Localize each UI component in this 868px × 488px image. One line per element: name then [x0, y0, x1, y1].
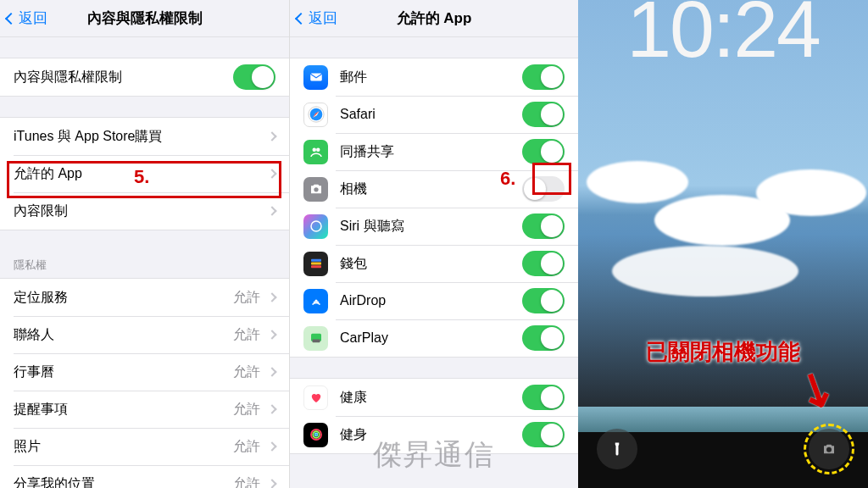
row-label: 聯絡人 — [14, 326, 233, 344]
svg-rect-9 — [311, 265, 321, 268]
row-label: 定位服務 — [14, 289, 233, 307]
row-detail: 允許 — [233, 401, 260, 419]
chevron-right-icon — [267, 206, 276, 215]
app-label: Safari — [340, 107, 522, 122]
app-label: 郵件 — [340, 69, 522, 86]
page-title: 內容與隱私權限制 — [87, 8, 203, 28]
row-label: 內容與隱私權限制 — [14, 69, 233, 86]
app-label: AirDrop — [340, 293, 522, 308]
row-detail: 允許 — [233, 475, 260, 489]
svg-rect-12 — [312, 340, 320, 343]
svg-point-14 — [313, 431, 320, 438]
row-detail: 允許 — [233, 289, 260, 307]
toggle-switch[interactable] — [522, 64, 565, 90]
row-label: 行事曆 — [14, 363, 233, 381]
app-toggle-row[interactable]: CarPlay — [290, 319, 578, 357]
app-label: Siri 與聽寫 — [340, 218, 522, 236]
chevron-right-icon — [267, 404, 276, 413]
app-toggle-row[interactable]: Safari — [290, 96, 578, 133]
svg-rect-7 — [311, 259, 321, 262]
app-toggle-row[interactable]: 錢包 — [290, 245, 578, 282]
app-label: CarPlay — [340, 330, 522, 346]
lock-screen-time: 10:24 — [578, 0, 868, 75]
app-label: 錢包 — [340, 255, 522, 273]
settings-row[interactable]: 行事曆允許 — [0, 353, 289, 391]
chevron-right-icon — [267, 330, 276, 339]
page-title: 允許的 App — [397, 8, 472, 28]
toggle-switch[interactable] — [522, 385, 565, 410]
app-label: 相機 — [340, 180, 522, 198]
camera-icon — [821, 441, 837, 457]
flashlight-button[interactable] — [597, 429, 637, 469]
chevron-right-icon — [267, 367, 276, 376]
settings-row[interactable]: 聯絡人允許 — [0, 316, 289, 353]
app-label: 健康 — [340, 389, 522, 407]
navbar: 返回 允許的 App — [290, 0, 578, 37]
app-toggle-row[interactable]: 同播共享 — [290, 133, 578, 170]
svg-point-6 — [311, 221, 321, 231]
safari-icon — [303, 103, 328, 127]
row-detail: 允許 — [233, 438, 260, 456]
svg-rect-8 — [311, 263, 321, 265]
chevron-left-icon — [295, 12, 307, 24]
shareplay-icon — [303, 140, 328, 164]
back-label: 返回 — [19, 8, 47, 28]
chevron-left-icon — [5, 12, 17, 24]
app-toggle-row[interactable]: 健康 — [290, 379, 578, 416]
wallet-icon — [303, 252, 328, 276]
flashlight-icon — [609, 441, 625, 457]
chevron-right-icon — [267, 479, 276, 488]
siri-icon — [303, 214, 328, 239]
app-label: 健身 — [340, 426, 522, 444]
svg-point-4 — [316, 148, 320, 152]
row-label: 允許的 App — [14, 165, 260, 183]
toggle-switch[interactable] — [522, 288, 565, 313]
app-toggle-row[interactable]: 郵件 — [290, 58, 578, 96]
row-label: 提醒事項 — [14, 401, 233, 419]
svg-point-3 — [312, 148, 316, 152]
settings-row[interactable]: 定位服務允許 — [0, 279, 289, 316]
section-header-privacy: 隱私權 — [0, 251, 289, 278]
back-button[interactable]: 返回 — [7, 0, 47, 36]
toggle-switch[interactable] — [233, 64, 275, 90]
toggle-switch[interactable] — [522, 214, 565, 239]
app-toggle-row[interactable]: 相機 — [290, 170, 578, 208]
settings-allowed-apps-screen: 返回 允許的 App 郵件Safari同播共享相機Siri 與聽寫錢包AirDr… — [289, 0, 578, 488]
settings-row[interactable]: iTunes 與 App Store購買 — [0, 118, 289, 155]
svg-point-5 — [314, 187, 318, 191]
app-toggle-row[interactable]: AirDrop — [290, 282, 578, 319]
toggle-switch[interactable] — [522, 422, 565, 447]
fitness-icon — [303, 423, 328, 447]
toggle-switch[interactable] — [522, 102, 565, 127]
settings-row[interactable]: 照片允許 — [0, 428, 289, 465]
app-toggle-row[interactable]: Siri 與聽寫 — [290, 208, 578, 245]
chevron-right-icon — [267, 292, 276, 302]
settings-row[interactable]: 內容限制 — [0, 192, 289, 230]
row-detail: 允許 — [233, 363, 260, 381]
back-label: 返回 — [309, 8, 337, 28]
chevron-right-icon — [267, 441, 276, 451]
row-label: 內容限制 — [14, 202, 260, 220]
airdrop-icon — [303, 289, 328, 313]
toggle-switch[interactable] — [522, 251, 565, 276]
mail-icon — [303, 65, 328, 90]
navbar: 返回 內容與隱私權限制 — [0, 0, 289, 37]
toggle-switch[interactable] — [522, 325, 565, 351]
caption-camera-disabled: 已關閉相機功能 — [578, 337, 868, 367]
svg-rect-0 — [310, 74, 322, 81]
app-label: 同播共享 — [340, 143, 522, 161]
camera-button[interactable] — [809, 429, 849, 469]
settings-row[interactable]: 分享我的位置允許 — [0, 465, 289, 488]
back-button[interactable]: 返回 — [297, 0, 337, 36]
row-label: 照片 — [14, 438, 233, 456]
toggle-switch[interactable] — [522, 139, 565, 164]
chevron-right-icon — [267, 131, 276, 141]
settings-content-privacy-screen: 返回 內容與隱私權限制 內容與隱私權限制 iTunes 與 App Store購… — [0, 0, 289, 488]
settings-row[interactable]: 允許的 App — [0, 155, 289, 192]
settings-row[interactable]: 提醒事項允許 — [0, 391, 289, 428]
carplay-icon — [303, 326, 328, 351]
camera-icon — [303, 177, 328, 202]
toggle-switch[interactable] — [522, 176, 565, 202]
app-toggle-row[interactable]: 健身 — [290, 416, 578, 453]
toggle-row-content-privacy[interactable]: 內容與隱私權限制 — [0, 58, 289, 96]
